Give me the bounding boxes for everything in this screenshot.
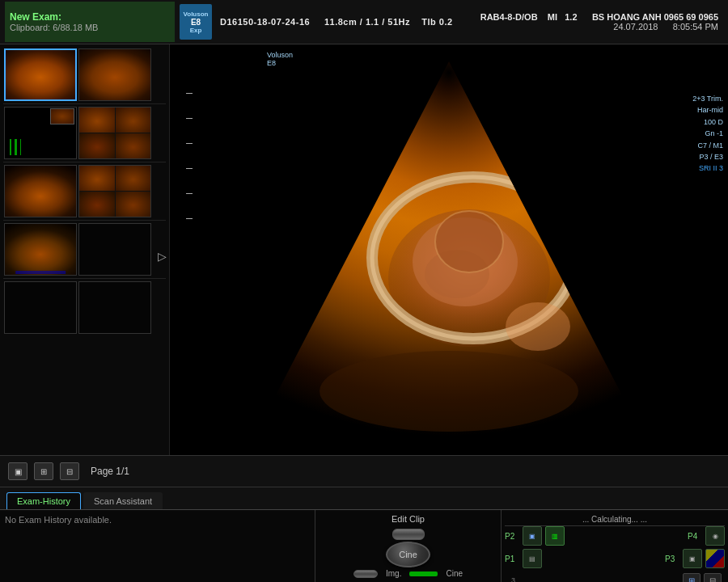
thumbnail-grid bbox=[0, 44, 169, 455]
right-info-panel: 2+3 Trim. Har-mid 100 D Gn -1 C7 / M1 P3… bbox=[692, 93, 723, 175]
brand-name: Voluson bbox=[184, 11, 209, 18]
mi-value: 1.2 bbox=[565, 12, 577, 22]
doctor-name: BS HOANG ANH 0965 69 0965 bbox=[592, 12, 718, 22]
edit-clip-title: Edit Clip bbox=[392, 514, 425, 524]
cine-label: Cine bbox=[446, 569, 463, 578]
thumbnail-3[interactable] bbox=[4, 107, 77, 159]
tlb-label: Tlb bbox=[421, 17, 436, 27]
thumbnail-9-empty[interactable] bbox=[4, 281, 77, 334]
top-bar: New Exam: Clipboard: 6/88.18 MB Voluson … bbox=[0, 0, 728, 44]
exam-history-message: No Exam History available. bbox=[5, 515, 112, 525]
probe-mi-row: RAB4-8-D/OB MI 1.2 BS HOANG ANH 0965 69 … bbox=[480, 12, 718, 22]
p1-btn-1[interactable]: ▤ bbox=[523, 549, 542, 568]
time-value: 8:05:54 PM bbox=[673, 22, 718, 32]
measurement-value: 11.8cm / 1.1 / 51Hz bbox=[324, 17, 410, 27]
svg-point-9 bbox=[320, 351, 578, 432]
thumbnail-10-empty[interactable] bbox=[78, 281, 151, 334]
p1-icon-1: ▤ bbox=[529, 555, 535, 563]
expand-arrow[interactable]: ▷ bbox=[158, 250, 167, 263]
status-icon-1-symbol: ⊞ bbox=[688, 576, 695, 583]
waveform-display bbox=[6, 139, 74, 155]
p1-label: P1 bbox=[505, 555, 519, 563]
thumbnail-6[interactable] bbox=[78, 165, 151, 217]
calculating-text: Calculating... bbox=[591, 515, 638, 524]
har-info: Har-mid bbox=[692, 104, 723, 116]
img-dial[interactable] bbox=[353, 570, 378, 578]
thumb-row-3 bbox=[3, 164, 166, 221]
device-id: D16150-18-07-24-16 bbox=[220, 17, 310, 27]
p3-btn-2[interactable] bbox=[705, 549, 725, 568]
top-right-panel: RAB4-8-D/OB MI 1.2 BS HOANG ANH 0965 69 … bbox=[480, 12, 723, 32]
ultrasound-display: ▷ Voluson E8 2+3 Trim. Har-mid 100 D Gn … bbox=[170, 44, 728, 455]
edit-clip-dial[interactable] bbox=[392, 529, 425, 540]
p4-btn-1[interactable]: ◉ bbox=[705, 526, 725, 546]
calc-dots-right: ... bbox=[641, 515, 647, 524]
p3-icon-1: ▣ bbox=[689, 555, 696, 563]
preset-panel: ... Calculating... ... P2 ▣ ▥ P4 ◉ bbox=[502, 510, 728, 582]
new-exam-label: New Exam: bbox=[10, 11, 170, 23]
scale-tick-1 bbox=[186, 93, 193, 94]
us-scale bbox=[186, 93, 193, 219]
thumbnail-5[interactable] bbox=[4, 165, 77, 217]
p2-icon-2: ▥ bbox=[552, 533, 558, 540]
tab-scan-assistant[interactable]: Scan Assistant bbox=[83, 492, 163, 509]
tab-row: Exam-History Scan Assistant bbox=[0, 487, 728, 510]
status-icon-2[interactable]: ⊟ bbox=[704, 573, 722, 582]
scale-tick-6 bbox=[186, 218, 193, 219]
us-canvas bbox=[231, 52, 667, 448]
p4-label: P4 bbox=[688, 532, 702, 541]
sri-info: SRI II 3 bbox=[692, 162, 723, 174]
cine-bar bbox=[409, 571, 438, 576]
thumb-row-2 bbox=[3, 106, 166, 162]
preset-row-p1p3: P1 ▤ P3 ▣ bbox=[505, 549, 725, 568]
bottom-panels: No Exam History available. Edit Clip Cin… bbox=[0, 510, 728, 582]
model-exp: Exp bbox=[190, 27, 202, 34]
bottom-area: ▣ ⊞ ⊟ Page 1/1 Exam-History Scan Assista… bbox=[0, 455, 728, 582]
page-label: Page 1/1 bbox=[91, 466, 129, 477]
p3-info: P3 / E3 bbox=[692, 151, 723, 162]
p2-icon-1: ▣ bbox=[529, 533, 535, 540]
tlb-value: 0.2 bbox=[439, 17, 453, 27]
img-label: Img. bbox=[386, 569, 401, 578]
status-digit: 3 bbox=[508, 576, 518, 582]
device-logo: Voluson E8 Exp bbox=[180, 4, 212, 40]
thumbnail-8-empty[interactable] bbox=[78, 223, 151, 276]
status-icon-row: 3 ⊞ ⊟ bbox=[505, 571, 725, 582]
thumbnail-4[interactable] bbox=[78, 107, 151, 159]
cine-button[interactable]: Cine bbox=[386, 542, 430, 567]
clipboard-info: Clipboard: 6/88.18 MB bbox=[10, 23, 170, 32]
main-content: ▷ Voluson E8 2+3 Trim. Har-mid 100 D Gn … bbox=[0, 44, 728, 455]
date-time-row: 24.07.2018 8:05:54 PM bbox=[613, 22, 718, 32]
grid-view-btn-3[interactable]: ⊟ bbox=[60, 462, 79, 480]
thumbnail-1[interactable] bbox=[4, 48, 77, 101]
grid-view-btn-1[interactable]: ▣ bbox=[8, 462, 28, 480]
d-info: 100 D bbox=[692, 116, 723, 128]
tab-exam-history[interactable]: Exam-History bbox=[6, 492, 81, 509]
edit-clip-panel: Edit Clip Cine Img. Cine bbox=[315, 510, 502, 582]
p2-btn-2[interactable]: ▥ bbox=[545, 526, 565, 546]
grid-small-icon: ▣ bbox=[15, 467, 22, 476]
scale-tick-3 bbox=[186, 143, 193, 144]
header-row1: D16150-18-07-24-16 11.8cm / 1.1 / 51Hz T… bbox=[220, 17, 480, 27]
us-image-svg bbox=[231, 52, 667, 448]
thumbnail-7[interactable] bbox=[4, 223, 77, 276]
preset-row-p2p4: P2 ▣ ▥ P4 ◉ bbox=[505, 526, 725, 546]
p2-label: P2 bbox=[505, 532, 519, 541]
exam-history-panel: No Exam History available. bbox=[0, 510, 315, 582]
page-row: ▣ ⊞ ⊟ Page 1/1 bbox=[0, 456, 728, 487]
thumb-row-4 bbox=[3, 222, 166, 279]
clipboard-label: Clipboard: bbox=[10, 23, 50, 32]
scale-tick-2 bbox=[186, 118, 193, 119]
grid-medium-icon: ⊞ bbox=[40, 467, 47, 476]
c7-info: C7 / M1 bbox=[692, 140, 723, 151]
thumbnail-2[interactable] bbox=[78, 48, 151, 101]
trim-info: 2+3 Trim. bbox=[692, 93, 723, 104]
p3-btn-1[interactable]: ▣ bbox=[683, 549, 702, 568]
grid-large-icon: ⊟ bbox=[66, 467, 73, 476]
grid-view-btn-2[interactable]: ⊞ bbox=[34, 462, 53, 480]
status-icon-1[interactable]: ⊞ bbox=[683, 573, 700, 582]
model-name: E8 bbox=[191, 18, 201, 27]
p2-btn-1[interactable]: ▣ bbox=[523, 526, 542, 546]
thumb-row-5 bbox=[3, 280, 166, 336]
clipboard-value: 6/88.18 MB bbox=[53, 23, 98, 32]
